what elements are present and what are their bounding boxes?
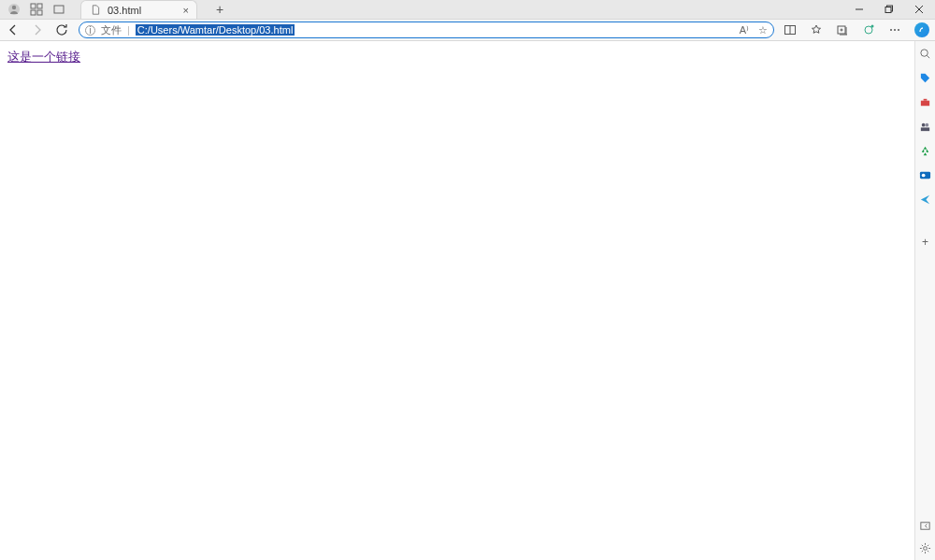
sidebar: + — [914, 41, 935, 560]
address-bar[interactable]: i 文件 | C:/Users/Wamtar/Desktop/03.html A… — [79, 22, 774, 38]
svg-rect-6 — [54, 6, 64, 13]
svg-rect-3 — [37, 4, 42, 8]
workspaces-icon[interactable] — [30, 3, 43, 16]
svg-line-25 — [927, 55, 929, 58]
svg-rect-4 — [31, 10, 36, 15]
restore-button[interactable] — [883, 3, 896, 16]
collections-icon[interactable] — [836, 23, 849, 36]
svg-rect-26 — [921, 100, 929, 106]
address-separator: | — [127, 24, 130, 36]
tab-close-icon[interactable]: × — [183, 5, 189, 16]
sidebar-bottom — [919, 519, 932, 560]
svg-rect-30 — [921, 127, 929, 131]
read-aloud-icon[interactable]: A⁾ — [740, 24, 749, 36]
svg-point-1 — [12, 6, 16, 9]
site-info-icon[interactable]: i — [85, 25, 95, 36]
forward-button[interactable] — [30, 22, 45, 37]
tab-title: 03.html — [108, 5, 178, 16]
address-actions: A⁾ ☆ — [740, 24, 768, 36]
toolbar-actions — [784, 22, 929, 37]
svg-point-28 — [922, 122, 926, 126]
minimize-button[interactable] — [853, 3, 866, 16]
page-content: 这是一个链接 — [0, 41, 914, 560]
svg-point-34 — [924, 546, 928, 550]
sidebar-send-icon[interactable] — [919, 193, 932, 206]
svg-point-24 — [921, 49, 928, 55]
browser-tab[interactable]: 03.html × — [80, 0, 197, 19]
svg-rect-9 — [885, 7, 891, 13]
sidebar-toolbox-icon[interactable] — [919, 95, 932, 108]
extensions-icon[interactable] — [862, 23, 875, 36]
svg-point-32 — [922, 173, 926, 177]
split-screen-icon[interactable] — [784, 23, 797, 36]
copilot-icon[interactable] — [914, 22, 929, 37]
svg-point-20 — [871, 25, 874, 28]
sidebar-add-icon[interactable]: + — [919, 236, 932, 249]
titlebar-left: 03.html × + — [4, 0, 223, 19]
window-controls — [853, 3, 931, 16]
new-tab-button[interactable]: + — [216, 2, 223, 17]
close-button[interactable] — [913, 3, 926, 16]
refresh-button[interactable] — [54, 22, 69, 37]
page-link[interactable]: 这是一个链接 — [7, 50, 80, 64]
sidebar-tag-icon[interactable] — [919, 71, 932, 84]
svg-point-29 — [926, 122, 929, 126]
back-button[interactable] — [6, 22, 21, 37]
favorites-icon[interactable] — [810, 23, 823, 36]
svg-point-21 — [890, 29, 892, 31]
address-prefix: 文件 — [101, 23, 122, 37]
sidebar-settings-icon[interactable] — [919, 541, 932, 554]
sidebar-people-icon[interactable] — [919, 120, 932, 133]
profile-icon[interactable] — [7, 3, 21, 16]
favorite-star-icon[interactable]: ☆ — [758, 24, 768, 36]
tab-actions-icon[interactable] — [52, 3, 65, 16]
svg-point-19 — [865, 26, 872, 34]
svg-rect-5 — [37, 10, 42, 15]
more-icon[interactable] — [888, 23, 901, 36]
svg-rect-2 — [31, 4, 36, 8]
file-icon — [89, 4, 102, 17]
address-url-selected[interactable]: C:/Users/Wamtar/Desktop/03.html — [136, 24, 295, 36]
sidebar-recycle-icon[interactable] — [919, 144, 932, 157]
svg-rect-27 — [924, 98, 928, 100]
svg-point-22 — [894, 29, 896, 31]
sidebar-hide-icon[interactable] — [919, 519, 932, 532]
svg-point-23 — [898, 29, 899, 31]
sidebar-outlook-icon[interactable] — [919, 168, 932, 181]
toolbar: i 文件 | C:/Users/Wamtar/Desktop/03.html A… — [0, 19, 935, 41]
sidebar-search-icon[interactable] — [919, 47, 932, 60]
titlebar: 03.html × + — [0, 0, 935, 19]
